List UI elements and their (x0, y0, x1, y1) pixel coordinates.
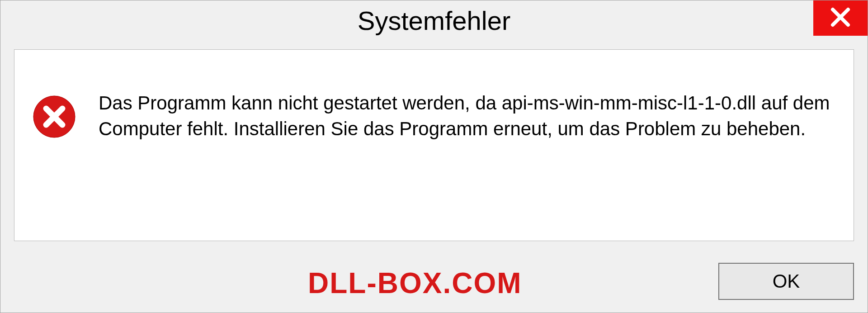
close-button[interactable] (813, 0, 868, 36)
dialog-title: Systemfehler (358, 5, 510, 36)
ok-button[interactable]: OK (718, 263, 854, 300)
watermark-text: DLL-BOX.COM (308, 266, 522, 300)
titlebar: Systemfehler (0, 0, 868, 40)
error-dialog: Systemfehler Das Programm kann nicht ges… (0, 0, 868, 313)
error-message: Das Programm kann nicht gestartet werden… (99, 90, 835, 142)
close-icon (829, 6, 852, 30)
content-panel: Das Programm kann nicht gestartet werden… (14, 49, 854, 241)
error-icon (33, 95, 76, 138)
dialog-footer: DLL-BOX.COM OK (0, 249, 868, 313)
